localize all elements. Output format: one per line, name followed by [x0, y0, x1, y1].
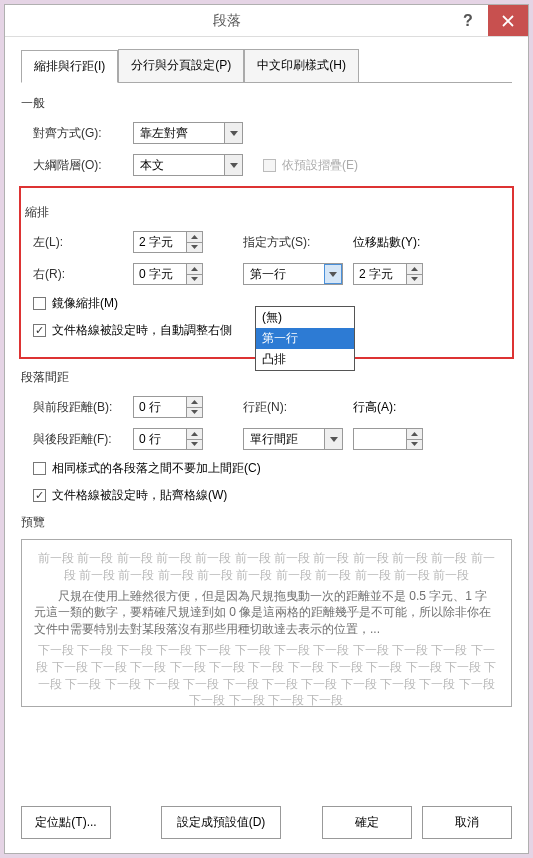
section-indent: 縮排	[21, 204, 512, 221]
indent-left-label: 左(L):	[33, 234, 133, 251]
auto-adjust-checkbox[interactable]	[33, 324, 46, 337]
dropdown-option-first-line[interactable]: 第一行	[256, 328, 354, 349]
tabs-button[interactable]: 定位點(T)...	[21, 806, 111, 839]
indent-special-label: 指定方式(S):	[243, 234, 333, 251]
chevron-down-icon	[224, 155, 242, 175]
titlebar: 段落 ?	[5, 5, 528, 37]
tab-indent-spacing[interactable]: 縮排與行距(I)	[21, 50, 118, 83]
indent-left-spinner[interactable]: 2 字元	[133, 231, 203, 253]
indent-by-label: 位移點數(Y):	[353, 234, 420, 251]
collapsed-label: 依預設摺疊(E)	[282, 157, 358, 174]
cancel-button[interactable]: 取消	[422, 806, 512, 839]
outline-label: 大綱階層(O):	[33, 157, 133, 174]
preview-prev-text: 前一段 前一段 前一段 前一段 前一段 前一段 前一段 前一段 前一段 前一段 …	[34, 550, 499, 584]
space-before-spinner[interactable]: 0 行	[133, 396, 203, 418]
chevron-down-icon	[224, 123, 242, 143]
indent-special-combo[interactable]: 第一行	[243, 263, 343, 285]
preview-pane: 前一段 前一段 前一段 前一段 前一段 前一段 前一段 前一段 前一段 前一段 …	[21, 539, 512, 707]
snap-grid-checkbox[interactable]	[33, 489, 46, 502]
indent-by-spinner[interactable]: 2 字元	[353, 263, 423, 285]
spin-up-icon[interactable]	[407, 264, 422, 275]
spin-up-icon[interactable]	[187, 232, 202, 243]
chevron-down-icon	[324, 264, 342, 284]
spin-down-icon[interactable]	[407, 275, 422, 285]
indent-right-label: 右(R):	[33, 266, 133, 283]
spin-down-icon[interactable]	[407, 440, 422, 450]
spin-down-icon[interactable]	[187, 408, 202, 418]
section-preview: 預覽	[21, 514, 512, 531]
dropdown-option-hanging[interactable]: 凸排	[256, 349, 354, 370]
spin-up-icon[interactable]	[407, 429, 422, 440]
line-at-spinner[interactable]	[353, 428, 423, 450]
mirror-indent-checkbox[interactable]	[33, 297, 46, 310]
spin-up-icon[interactable]	[187, 264, 202, 275]
preview-body-text: 尺規在使用上雖然很方便，但是因為尺規拖曳動一次的距離並不是 0.5 字元、1 字…	[34, 588, 499, 638]
set-default-button[interactable]: 設定成預設值(D)	[161, 806, 281, 839]
spin-up-icon[interactable]	[187, 429, 202, 440]
help-button[interactable]: ?	[448, 5, 488, 36]
line-at-label: 行高(A):	[353, 399, 396, 416]
space-after-label: 與後段距離(F):	[33, 431, 133, 448]
tab-strip: 縮排與行距(I) 分行與分頁設定(P) 中文印刷樣式(H)	[21, 49, 512, 83]
indent-right-spinner[interactable]: 0 字元	[133, 263, 203, 285]
auto-adjust-label: 文件格線被設定時，自動調整右側	[52, 322, 232, 339]
space-before-label: 與前段距離(B):	[33, 399, 133, 416]
dropdown-option-none[interactable]: (無)	[256, 307, 354, 328]
no-space-same-style-label: 相同樣式的各段落之間不要加上間距(C)	[52, 460, 261, 477]
line-spacing-label: 行距(N):	[243, 399, 333, 416]
spin-up-icon[interactable]	[187, 397, 202, 408]
paragraph-dialog: 段落 ? 縮排與行距(I) 分行與分頁設定(P) 中文印刷樣式(H) 一般 對齊…	[4, 4, 529, 854]
section-spacing: 段落間距	[21, 369, 512, 386]
preview-next-text: 下一段 下一段 下一段 下一段 下一段 下一段 下一段 下一段 下一段 下一段 …	[34, 642, 499, 707]
space-after-spinner[interactable]: 0 行	[133, 428, 203, 450]
no-space-same-style-checkbox[interactable]	[33, 462, 46, 475]
chevron-down-icon	[324, 429, 342, 449]
spin-down-icon[interactable]	[187, 275, 202, 285]
button-row: 定位點(T)... 設定成預設值(D) 確定 取消	[21, 806, 512, 839]
indent-highlight-box: 縮排 左(L): 2 字元 指定方式(S): 位移點數(Y): 右(R): 0 …	[19, 186, 514, 359]
spin-down-icon[interactable]	[187, 440, 202, 450]
snap-grid-label: 文件格線被設定時，貼齊格線(W)	[52, 487, 227, 504]
ok-button[interactable]: 確定	[322, 806, 412, 839]
window-title: 段落	[5, 12, 448, 30]
collapsed-checkbox	[263, 159, 276, 172]
indent-special-dropdown[interactable]: (無) 第一行 凸排	[255, 306, 355, 371]
tab-line-page-breaks[interactable]: 分行與分頁設定(P)	[118, 49, 244, 82]
mirror-indent-label: 鏡像縮排(M)	[52, 295, 118, 312]
alignment-combo[interactable]: 靠左對齊	[133, 122, 243, 144]
close-button[interactable]	[488, 5, 528, 36]
spin-down-icon[interactable]	[187, 243, 202, 253]
outline-combo[interactable]: 本文	[133, 154, 243, 176]
line-spacing-combo[interactable]: 單行間距	[243, 428, 343, 450]
close-icon	[502, 15, 514, 27]
section-general: 一般	[21, 95, 512, 112]
alignment-label: 對齊方式(G):	[33, 125, 133, 142]
tab-asian-typography[interactable]: 中文印刷樣式(H)	[244, 49, 359, 82]
